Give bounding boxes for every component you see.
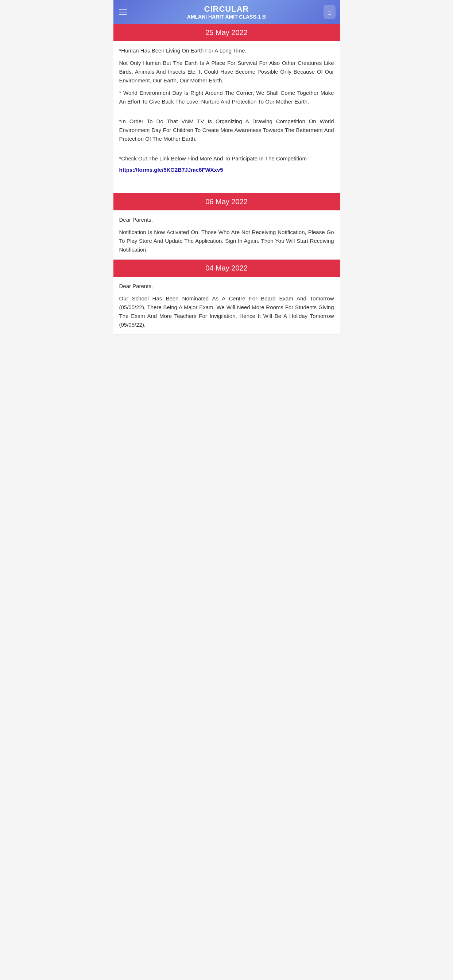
home-button[interactable]: ⌂ xyxy=(324,5,335,19)
circular-content-3: Dear Parents, Our School Has Been Nomina… xyxy=(113,277,340,335)
para-2-1: Notification Is Now Activated On. Those … xyxy=(119,228,334,254)
header: CIRCULAR AMLANI HARIT AMIT CLASS-1 B ⌂ xyxy=(113,0,340,24)
date-header-2: 06 May 2022 xyxy=(113,193,340,210)
para-1-2: * World Environment Day Is Right Around … xyxy=(119,89,334,106)
circular-link-1[interactable]: https://forms.gle/5KG2B7JJmc8FWXxv5 xyxy=(119,167,223,173)
para-1-1: Not Only Human But The Earth Is A Place … xyxy=(119,59,334,85)
para-1-4: *Check Out The Link Below Find More And … xyxy=(119,154,334,163)
header-title: CIRCULAR xyxy=(187,5,266,14)
para-3-0: Dear Parents, xyxy=(119,282,334,291)
section-3: 04 May 2022 Dear Parents, Our School Has… xyxy=(113,259,340,335)
para-3-1: Our School Has Been Nominated As A Centr… xyxy=(119,294,334,329)
circular-content-1: *Human Has Been Living On Earth For A Lo… xyxy=(113,41,340,193)
date-header-1: 25 May 2022 xyxy=(113,24,340,41)
para-1-3: *In Order To Do That VNM TV Is Organizin… xyxy=(119,117,334,143)
section-2: 06 May 2022 Dear Parents, Notification I… xyxy=(113,193,340,259)
circular-content-2: Dear Parents, Notification Is Now Activa… xyxy=(113,210,340,259)
home-icon: ⌂ xyxy=(327,8,332,16)
para-1-0: *Human Has Been Living On Earth For A Lo… xyxy=(119,46,334,55)
para-2-0: Dear Parents, xyxy=(119,215,334,224)
menu-button[interactable] xyxy=(118,8,129,16)
date-header-3: 04 May 2022 xyxy=(113,259,340,277)
header-subtitle: AMLANI HARIT AMIT CLASS-1 B xyxy=(187,14,266,20)
section-1: 25 May 2022 *Human Has Been Living On Ea… xyxy=(113,24,340,193)
